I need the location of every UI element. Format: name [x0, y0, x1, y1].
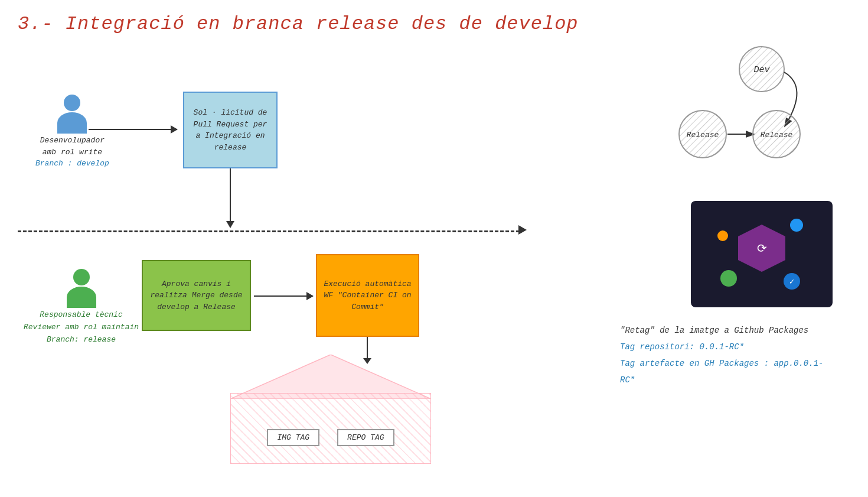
github-packages-image: ⟳ ✓ — [691, 201, 833, 307]
developer-body — [57, 112, 87, 134]
artifact-container: IMG TAG REPO TAG — [230, 355, 431, 455]
hex-center-icon: ⟳ — [747, 233, 776, 263]
branch-diagram: Dev Release Release — [655, 40, 821, 167]
github-icon-group: ⟳ ✓ — [714, 213, 809, 295]
reviewer-icon — [67, 269, 96, 304]
reviewer-label: Responsable tècnic Reviewer amb rol main… — [24, 309, 139, 346]
dot-green — [720, 270, 737, 287]
developer-label: Desenvolupador amb rol write Branch : de… — [35, 135, 109, 170]
developer-figure: Desenvolupador amb rol write Branch : de… — [35, 95, 109, 170]
reviewer-head — [73, 269, 90, 285]
tag-artifact-text: Tag artefacte en GH Packages : app.0.0.1… — [620, 355, 833, 388]
reviewer-body — [67, 287, 96, 308]
artifact-body — [230, 393, 431, 464]
img-tag: IMG TAG — [267, 429, 319, 446]
developer-head — [64, 95, 80, 111]
repo-tag: REPO TAG — [337, 429, 394, 446]
merge-box: Aprova canvis i realitza Merge desde dev… — [142, 260, 251, 331]
svg-text:Release: Release — [761, 131, 793, 139]
page-title: 3.- Integració en branca release des de … — [18, 13, 579, 35]
svg-marker-0 — [230, 355, 431, 399]
dashed-separator — [18, 230, 520, 232]
arrow-developer-to-pr — [89, 129, 177, 130]
svg-text:Dev: Dev — [753, 65, 770, 75]
branch-flow-svg: Dev Release Release — [655, 40, 821, 164]
dot-orange — [717, 230, 728, 241]
execution-box: Execució automàtica WF "Container CI on … — [316, 254, 419, 337]
right-text-block: "Retag" de la imatge a Github Packages T… — [620, 322, 833, 388]
check-blue: ✓ — [784, 273, 800, 290]
pr-box: Sol · licitud de Pull Request per a Inte… — [183, 92, 278, 168]
tag-repo-text: Tag repositori: 0.0.1-RC* — [620, 339, 833, 355]
arrow-pr-down — [230, 168, 231, 228]
svg-text:Release: Release — [687, 131, 719, 139]
dashed-arrow — [518, 225, 527, 235]
dot-blue — [790, 219, 803, 232]
artifact-roof-svg — [230, 355, 431, 399]
retag-text: "Retag" de la imatge a Github Packages — [620, 322, 833, 339]
arrow-merge-to-execution — [254, 295, 313, 297]
tags-row: IMG TAG REPO TAG — [230, 429, 431, 446]
reviewer-figure: Responsable tècnic Reviewer amb rol main… — [24, 269, 139, 346]
developer-icon — [57, 95, 87, 130]
